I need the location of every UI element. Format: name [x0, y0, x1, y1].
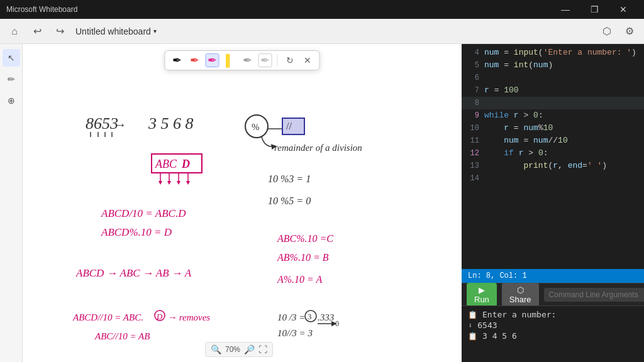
- pen-gray[interactable]: ✒: [241, 53, 255, 67]
- pen-toolbar: ✒ ✒ ✒ ▌ ✒ ✒ ↻ ✕: [165, 50, 320, 70]
- svg-text:3 5 6 8: 3 5 6 8: [148, 114, 194, 133]
- titlebar: Microsoft Whiteboard — ❐ ✕: [0, 0, 644, 19]
- settings-icon[interactable]: ⚙: [620, 22, 639, 41]
- code-line-8: 8: [462, 97, 644, 109]
- whiteboard-title-button[interactable]: Untitled whiteboard ▾: [75, 26, 157, 36]
- svg-text:.333: .333: [318, 312, 334, 322]
- clipboard-icon: 📋: [468, 310, 477, 319]
- svg-text:ABCD → ABC → AB → A: ABCD → ABC → AB → A: [75, 267, 192, 279]
- code-line-10: 10 r = num%10: [462, 122, 644, 134]
- svg-text:→: →: [114, 118, 126, 131]
- svg-text:10 /3 =: 10 /3 =: [277, 312, 305, 322]
- zoom-controls: 🔍 70% 🔎 ⛶: [205, 342, 273, 357]
- svg-text:AB%.10 = B: AB%.10 = B: [277, 252, 329, 263]
- code-line-6: 6: [462, 72, 644, 84]
- share-icon[interactable]: ⬡: [597, 22, 616, 41]
- svg-text:10 %3 = 1: 10 %3 = 1: [268, 173, 311, 184]
- output-result-text: 3 4 5 6: [482, 331, 517, 341]
- whiteboard-canvas[interactable]: ✒ ✒ ✒ ▌ ✒ ✒ ↻ ✕ 8653 → 3 5 6 8 ABC D: [23, 44, 462, 362]
- zoom-level: 70%: [225, 345, 240, 354]
- code-panel: 4 num = input('Enter a number: ') 5 num …: [462, 44, 644, 362]
- svg-marker-11: [158, 181, 162, 185]
- svg-text:ABC%.10 =C: ABC%.10 =C: [277, 233, 333, 244]
- svg-text:D: D: [156, 312, 163, 321]
- output-row-input: ⬇ 6543: [468, 321, 638, 330]
- redo-button[interactable]: ↪: [50, 22, 69, 41]
- pen-red[interactable]: ✒: [188, 53, 202, 67]
- pen-tool[interactable]: ✏: [3, 70, 20, 88]
- app-title: Microsoft Whiteboard: [6, 5, 77, 14]
- close-button[interactable]: ✕: [609, 0, 638, 19]
- cursor-position: Ln: 8, Col: 1: [468, 272, 527, 280]
- code-line-9: 9 while r > 0:: [462, 109, 644, 122]
- refresh-icon[interactable]: ↻: [283, 53, 297, 67]
- toolbar-separator: [277, 54, 278, 67]
- undo-button[interactable]: ↩: [28, 22, 47, 41]
- minimize-button[interactable]: —: [551, 0, 580, 19]
- svg-text:→ removes: → removes: [167, 312, 210, 322]
- zoom-in-button[interactable]: 🔎: [244, 344, 255, 354]
- svg-text:D: D: [181, 158, 190, 170]
- svg-text:0: 0: [335, 319, 339, 328]
- download-icon: ⬇: [468, 321, 472, 330]
- add-tool[interactable]: ⊕: [3, 92, 20, 109]
- whiteboard-drawings: 8653 → 3 5 6 8 ABC D ABCD/10 = ABC.D: [23, 44, 462, 362]
- run-button[interactable]: ▶ Run: [467, 283, 497, 307]
- select-tool[interactable]: ↖: [3, 49, 20, 67]
- svg-text:ABCD//10 = ABC.: ABCD//10 = ABC.: [72, 312, 143, 322]
- code-line-11: 11 num = num//10: [462, 134, 644, 147]
- restore-button[interactable]: ❐: [580, 0, 609, 19]
- svg-text:ABC: ABC: [155, 158, 177, 170]
- svg-marker-17: [186, 181, 190, 185]
- svg-text:%: %: [252, 122, 260, 132]
- svg-text:ABCD/10 = ABC.D: ABCD/10 = ABC.D: [101, 207, 186, 219]
- zoom-out-button[interactable]: 🔍: [211, 344, 221, 354]
- pen-black[interactable]: ✒: [170, 53, 184, 67]
- status-bar: Ln: 8, Col: 1: [462, 269, 644, 283]
- svg-text:ABCD%.10 = D: ABCD%.10 = D: [101, 226, 172, 238]
- output-row-prompt: 📋 Enter a number:: [468, 310, 638, 319]
- svg-text://: //: [286, 121, 292, 131]
- svg-text:A%.10 = A: A%.10 = A: [277, 274, 323, 285]
- home-button[interactable]: ⌂: [5, 22, 24, 41]
- result-icon: 📋: [468, 332, 477, 341]
- svg-text:ABC//10 = AB: ABC//10 = AB: [94, 331, 150, 341]
- code-line-5: 5 num = int(num): [462, 59, 644, 72]
- output-row-result: 📋 3 4 5 6: [468, 331, 638, 341]
- share-button[interactable]: ⬡ Share: [502, 283, 539, 307]
- code-editor[interactable]: 4 num = input('Enter a number: ') 5 num …: [462, 44, 644, 269]
- svg-text:3: 3: [308, 312, 312, 321]
- main-area: ↖ ✏ ⊕ ✒ ✒ ✒ ▌ ✒ ✒ ↻ ✕ 8653 → 3 5 6 8: [0, 44, 644, 362]
- pen-pink[interactable]: ✒: [206, 53, 219, 67]
- code-line-13: 13 print(r, end=' '): [462, 160, 644, 172]
- fullscreen-button[interactable]: ⛶: [258, 344, 267, 354]
- main-toolbar: ⌂ ↩ ↪ Untitled whiteboard ▾ ⬡ ⚙: [0, 19, 644, 44]
- svg-text:remainder of a division: remainder of a division: [274, 143, 362, 153]
- code-line-12: 12 if r > 0:: [462, 147, 644, 160]
- svg-marker-13: [167, 181, 171, 185]
- pen-yellow[interactable]: ▌: [223, 53, 237, 67]
- output-panel: 📋 Enter a number: ⬇ 6543 📋 3 4 5 6: [462, 305, 644, 362]
- titlebar-controls: — ❐ ✕: [551, 0, 638, 19]
- svg-text:10 %5 = 0: 10 %5 = 0: [268, 195, 311, 206]
- left-tool-panel: ↖ ✏ ⊕: [0, 44, 23, 362]
- code-line-4: 4 num = input('Enter a number: '): [462, 47, 644, 59]
- command-line-args-input[interactable]: [544, 288, 644, 302]
- code-line-14: 14: [462, 172, 644, 185]
- close-toolbar-icon[interactable]: ✕: [301, 53, 314, 67]
- run-share-bar: ▶ Run ⬡ Share: [462, 283, 644, 305]
- svg-marker-15: [177, 181, 180, 185]
- svg-text:10//3 = 3: 10//3 = 3: [277, 328, 313, 338]
- output-input-value: 6543: [477, 321, 497, 330]
- pen-white[interactable]: ✒: [258, 53, 272, 67]
- output-prompt-text: Enter a number:: [482, 310, 556, 319]
- code-line-7: 7 r = 100: [462, 84, 644, 97]
